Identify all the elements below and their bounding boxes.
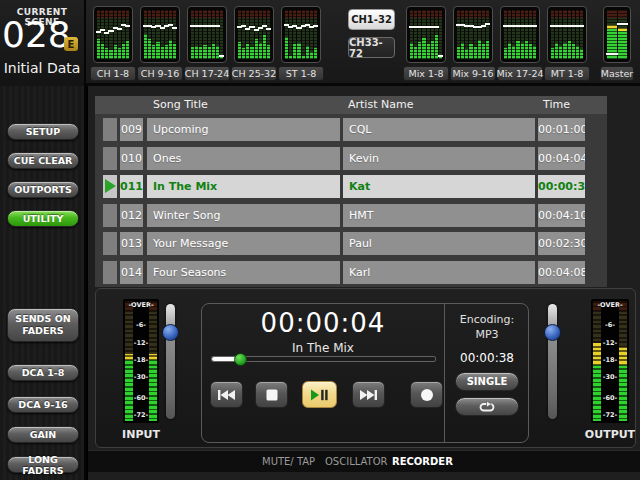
- song-time-cell[interactable]: 00:01:00: [538, 118, 585, 141]
- song-title-cell[interactable]: In The Mix: [147, 175, 340, 198]
- song-num-cell[interactable]: 014: [120, 261, 143, 284]
- output-fader-knob[interactable]: [544, 324, 561, 341]
- level-bar: [105, 10, 108, 59]
- song-row-010[interactable]: 010OnesKevin00:04:04: [95, 147, 607, 170]
- song-artist-cell[interactable]: Kat: [343, 175, 535, 198]
- current-scene-panel[interactable]: CURRENT SCENE 028 E Initial Data: [0, 0, 86, 86]
- single-mode-button[interactable]: SINGLE: [455, 372, 519, 391]
- bank-button-ch1-32[interactable]: CH1-32: [348, 9, 395, 30]
- song-time-cell[interactable]: 00:02:30: [538, 232, 585, 255]
- scene-name: Initial Data: [0, 60, 84, 76]
- meter-group-ch-9-16: [140, 6, 180, 63]
- song-num-cell[interactable]: 009: [120, 118, 143, 141]
- level-bar: [555, 10, 558, 59]
- song-play-cell[interactable]: [103, 175, 117, 198]
- outports-button[interactable]: OUTPORTS: [7, 181, 79, 198]
- previous-button[interactable]: [210, 381, 243, 408]
- song-play-cell[interactable]: [103, 118, 117, 141]
- level-bar: [508, 10, 511, 59]
- level-bar: [203, 10, 206, 59]
- input-fader-knob[interactable]: [162, 324, 179, 341]
- song-play-cell[interactable]: [103, 204, 117, 227]
- song-time-cell[interactable]: 00:04:08: [538, 261, 585, 284]
- progress-knob[interactable]: [234, 353, 247, 366]
- level-bar: [559, 10, 562, 59]
- level-bar: [619, 301, 627, 421]
- song-time-cell[interactable]: 00:04:10: [538, 204, 585, 227]
- song-progress-bar[interactable]: [211, 356, 436, 362]
- song-row-011[interactable]: 011In The MixKat00:00:38: [95, 175, 607, 198]
- song-row-012[interactable]: 012Winter SongHMT00:04:10: [95, 204, 607, 227]
- bottom-tab-bar: MUTE/ TAP OSCILLATOR RECORDER: [88, 450, 640, 472]
- stop-button[interactable]: [255, 381, 288, 408]
- song-row-013[interactable]: 013Your MessagePaul00:02:30: [95, 232, 607, 255]
- meter-group-label-master: Master: [600, 66, 634, 81]
- song-artist-cell[interactable]: Kevin: [343, 147, 535, 170]
- song-title-cell[interactable]: Ones: [147, 147, 340, 170]
- meter-group-ch-1-8: [93, 6, 133, 63]
- level-bar: [255, 10, 258, 59]
- level-bar: [191, 10, 194, 59]
- level-bar: [149, 301, 157, 421]
- song-num-cell[interactable]: 012: [120, 204, 143, 227]
- long-faders-button[interactable]: LONG FADERS: [7, 456, 79, 473]
- level-bar: [310, 10, 313, 59]
- level-bar: [461, 10, 464, 59]
- next-button[interactable]: [352, 381, 385, 408]
- song-play-cell[interactable]: [103, 261, 117, 284]
- bank-button-ch33-72[interactable]: CH33-72: [348, 37, 395, 58]
- song-artist-cell[interactable]: CQL: [343, 118, 535, 141]
- meter-group-label-ch-17-24: CH 17-24: [184, 66, 230, 81]
- song-row-014[interactable]: 014Four SeasonsKarl00:04:08: [95, 261, 607, 284]
- song-artist-cell[interactable]: Karl: [343, 261, 535, 284]
- song-time-cell[interactable]: 00:00:38: [538, 175, 585, 198]
- encoding-value: MP3: [444, 328, 530, 341]
- level-bar: [212, 10, 215, 59]
- level-bar: [576, 10, 579, 59]
- play-pause-button[interactable]: [302, 381, 337, 408]
- level-bar: [246, 10, 249, 59]
- record-button[interactable]: [410, 381, 443, 408]
- stop-icon: [266, 389, 278, 401]
- song-total-time: 00:00:38: [444, 351, 530, 365]
- setup-button[interactable]: SETUP: [7, 123, 79, 140]
- song-num-cell[interactable]: 013: [120, 232, 143, 255]
- level-bar: [512, 10, 515, 59]
- song-title-cell[interactable]: Winter Song: [147, 204, 340, 227]
- scene-edit-badge: E: [64, 37, 78, 51]
- level-bar: [156, 10, 159, 59]
- song-num-cell[interactable]: 010: [120, 147, 143, 170]
- tab-oscillator[interactable]: OSCILLATOR: [325, 451, 388, 473]
- song-row-009[interactable]: 009UpcomingCQL00:01:00: [95, 118, 607, 141]
- tab-recorder[interactable]: RECORDER: [392, 451, 453, 473]
- input-fader-track[interactable]: [166, 304, 175, 419]
- meter-group-label-mix-17-24: Mix 17-24: [497, 66, 543, 81]
- repeat-button[interactable]: [455, 397, 519, 416]
- level-bar: [618, 10, 628, 59]
- song-play-cell[interactable]: [103, 147, 117, 170]
- dca-1-8-button[interactable]: DCA 1-8: [7, 364, 79, 381]
- repeat-icon: [478, 401, 496, 413]
- level-bar: [216, 10, 219, 59]
- level-bar: [418, 10, 421, 59]
- previous-icon: [218, 389, 235, 401]
- sends-on-faders-button[interactable]: SENDS ON FADERS: [7, 308, 79, 342]
- song-title-cell[interactable]: Four Seasons: [147, 261, 340, 284]
- song-artist-cell[interactable]: HMT: [343, 204, 535, 227]
- dca-9-16-button[interactable]: DCA 9-16: [7, 396, 79, 413]
- song-title-cell[interactable]: Upcoming: [147, 118, 340, 141]
- utility-button[interactable]: UTILITY: [7, 210, 79, 227]
- song-play-cell[interactable]: [103, 232, 117, 255]
- level-bar: [199, 10, 202, 59]
- song-num-cell[interactable]: 011: [120, 175, 143, 198]
- tab-mute-tap[interactable]: MUTE/ TAP: [262, 451, 315, 473]
- song-artist-cell[interactable]: Paul: [343, 232, 535, 255]
- cue-clear-button[interactable]: CUE CLEAR: [7, 152, 79, 169]
- song-time-cell[interactable]: 00:04:04: [538, 147, 585, 170]
- level-bar: [533, 10, 536, 59]
- output-fader-track[interactable]: [548, 304, 557, 419]
- song-title-cell[interactable]: Your Message: [147, 232, 340, 255]
- meter-group-st-1-8: [281, 6, 321, 63]
- level-bar: [195, 10, 198, 59]
- gain-button[interactable]: GAIN: [7, 426, 79, 443]
